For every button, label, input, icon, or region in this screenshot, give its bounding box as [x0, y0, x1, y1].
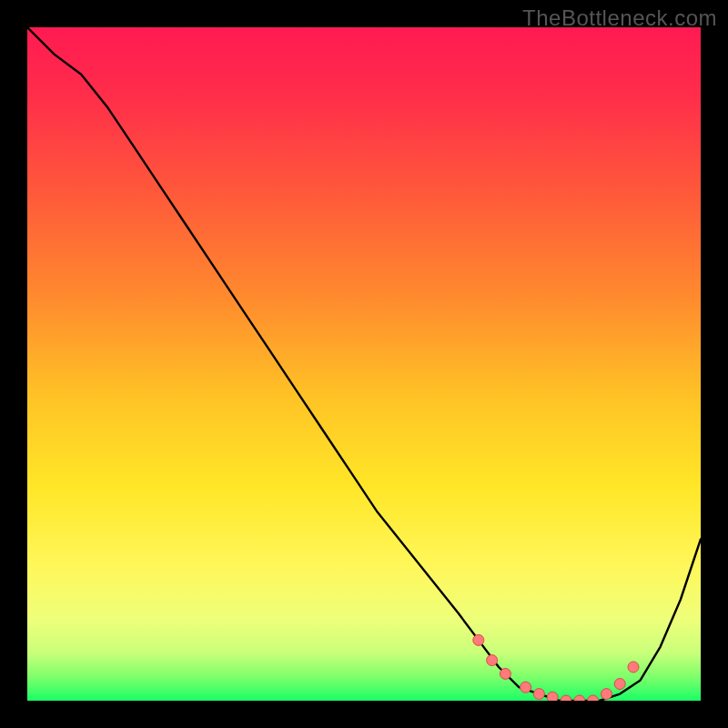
- data-marker: [473, 634, 484, 645]
- data-marker: [521, 682, 531, 693]
- data-marker: [500, 668, 511, 679]
- data-marker: [487, 655, 498, 666]
- heat-gradient-background: [27, 27, 701, 701]
- data-marker: [547, 692, 558, 701]
- data-marker: [614, 679, 625, 690]
- data-marker: [601, 689, 612, 700]
- data-marker: [628, 662, 639, 672]
- chart-frame: TheBottleneck.com: [0, 0, 728, 728]
- bottleneck-curve-chart: [27, 27, 701, 701]
- data-marker: [533, 689, 544, 700]
